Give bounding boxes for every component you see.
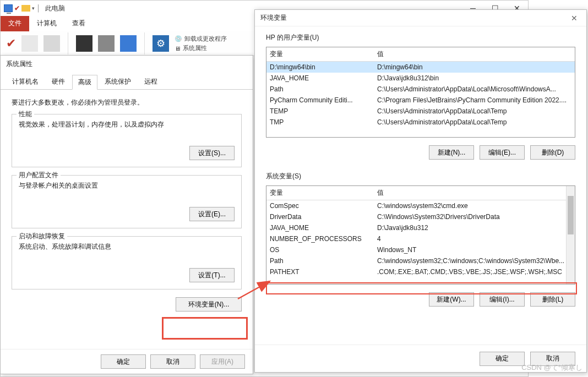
profile-desc: 与登录帐户相关的桌面设置 <box>19 181 235 190</box>
table-row[interactable]: NUMBER_OF_PROCESSORS4 <box>266 233 575 244</box>
folder-icon[interactable] <box>21 5 30 12</box>
perf-settings-button[interactable]: 设置(S)... <box>189 146 235 160</box>
table-row[interactable]: DriverDataC:\Windows\System32\Drivers\Dr… <box>266 211 575 222</box>
pc-icon <box>4 4 13 12</box>
tab-view[interactable]: 查看 <box>64 16 93 31</box>
sysprops-tabs: 计算机名 硬件 高级 系统保护 远程 <box>1 72 253 90</box>
sys-vars-table[interactable]: 变量 值 ComSpecC:\windows\system32\cmd.exeD… <box>266 185 575 285</box>
table-row[interactable]: JAVA_HOMED:\Java\jdk8u312\bin <box>266 73 575 84</box>
var-name: Path <box>266 255 374 266</box>
var-value: C:\windows\system32;C:\windows;C:\window… <box>374 255 575 266</box>
tab-system-protect[interactable]: 系统保护 <box>99 74 137 89</box>
tab-computer-name[interactable]: 计算机名 <box>6 74 45 89</box>
ribbon-icon-3[interactable] <box>43 35 60 52</box>
var-name: JAVA_HOME <box>266 73 374 84</box>
sys-icon: 🖥 <box>175 45 181 52</box>
var-name: TMP <box>266 117 374 128</box>
user-col-val[interactable]: 值 <box>374 47 575 62</box>
system-properties-dialog: 系统属性 计算机名 硬件 高级 系统保护 远程 要进行大多数更改，你必须作为管理… <box>0 55 253 374</box>
ribbon-sep-2 <box>144 32 145 54</box>
var-name: JAVA_HOME <box>266 222 374 233</box>
sys-col-val[interactable]: 值 <box>374 186 575 200</box>
var-value: C:\Users\Administrator\AppData\Local\Mic… <box>374 84 575 95</box>
var-value: D:\Java\jdk8u312\bin <box>374 73 575 84</box>
perf-legend: 性能 <box>17 110 34 119</box>
tab-advanced[interactable]: 高级 <box>72 75 97 90</box>
user-edit-button[interactable]: 编辑(E)... <box>480 145 525 160</box>
check-icon[interactable]: ✔ <box>14 4 20 12</box>
envdlg-ok-button[interactable]: 确定 <box>480 352 525 366</box>
tab-hardware[interactable]: 硬件 <box>46 74 71 89</box>
table-row[interactable]: TMPC:\Users\Administrator\AppData\Local\… <box>266 117 575 128</box>
ribbon-sep-1 <box>68 32 68 54</box>
sysprops-title: 系统属性 <box>1 56 253 72</box>
table-row[interactable]: PyCharm Community Editi...C:\Program Fil… <box>266 95 575 106</box>
cd-icon: 💿 <box>175 35 182 42</box>
sys-delete-button[interactable]: 删除(L) <box>530 292 575 307</box>
env-vars-dialog: 环境变量 ✕ HP 的用户变量(U) 变量 值 D:\mingw64\binD:… <box>254 9 587 373</box>
ribbon-uninstall[interactable]: 卸载或更改程序 <box>184 35 227 43</box>
ribbon-icon-5[interactable] <box>98 35 115 52</box>
titlebar-sep: │ <box>36 4 41 12</box>
var-name: Path <box>266 84 374 95</box>
user-vars-table[interactable]: 变量 值 D:\mingw64\binD:\mingw64\binJAVA_HO… <box>266 47 575 138</box>
startup-settings-button[interactable]: 设置(T)... <box>189 268 235 282</box>
sysprops-cancel-button[interactable]: 取消 <box>150 354 195 369</box>
env-vars-button[interactable]: 环境变量(N)... <box>176 297 242 312</box>
sys-col-var[interactable]: 变量 <box>266 186 374 200</box>
perf-desc: 视觉效果，处理器计划，内存使用，以及虚拟内存 <box>19 120 235 129</box>
var-value: D:\mingw64\bin <box>374 62 575 73</box>
ribbon-icon-6[interactable] <box>120 35 137 52</box>
ribbon-sysprops[interactable]: 系统属性 <box>183 44 207 52</box>
ribbon-icon-4[interactable] <box>76 35 92 52</box>
var-name: PyCharm Community Editi... <box>266 95 374 106</box>
table-row[interactable]: PATHEXT.COM;.EXE;.BAT;.CMD;.VBS;.VBE;.JS… <box>266 266 575 277</box>
var-name: TEMP <box>266 106 374 117</box>
sys-edit-button[interactable]: 编辑(I)... <box>480 292 525 307</box>
table-row[interactable]: PathC:\Users\Administrator\AppData\Local… <box>266 84 575 95</box>
user-col-var[interactable]: 变量 <box>266 47 374 62</box>
explorer-title: 此电脑 <box>45 4 65 13</box>
table-row[interactable]: JAVA_HOMED:\Java\jdk8u312 <box>266 222 575 233</box>
var-value: .COM;.EXE;.BAT;.CMD;.VBS;.VBE;.JS;.JSE;.… <box>374 266 575 277</box>
ribbon-icon-1[interactable]: ✔ <box>6 36 16 51</box>
table-row[interactable]: TEMPC:\Users\Administrator\AppData\Local… <box>266 106 575 117</box>
table-row[interactable]: ComSpecC:\windows\system32\cmd.exe <box>266 200 575 212</box>
var-value: C:\windows\system32\cmd.exe <box>374 200 575 212</box>
var-value: D:\Java\jdk8u312 <box>374 222 575 233</box>
sys-scrollbar[interactable] <box>566 186 575 284</box>
var-name: DriverData <box>266 211 374 222</box>
user-vars-label: HP 的用户变量(U) <box>266 33 575 42</box>
var-name: ComSpec <box>266 200 374 212</box>
tab-remote[interactable]: 远程 <box>138 74 164 89</box>
user-new-button[interactable]: 新建(N)... <box>429 145 474 160</box>
table-row[interactable]: PathC:\windows\system32;C:\windows;C:\wi… <box>266 255 575 266</box>
watermark: CSDN @て°倾寒し <box>521 363 582 373</box>
var-value: C:\Program Files\JetBrains\PyCharm Commu… <box>374 95 575 106</box>
perf-group: 性能 视觉效果，处理器计划，内存使用，以及虚拟内存 设置(S)... <box>12 114 242 167</box>
var-value: C:\Windows\System32\Drivers\DriverData <box>374 211 575 222</box>
sysprops-ok-button[interactable]: 确定 <box>101 354 146 369</box>
profile-settings-button[interactable]: 设置(E)... <box>189 207 235 221</box>
tab-file[interactable]: 文件 <box>1 16 29 31</box>
envdlg-close-button[interactable]: ✕ <box>568 14 581 23</box>
startup-group: 启动和故障恢复 系统启动、系统故障和调试信息 设置(T)... <box>12 236 242 289</box>
var-value: C:\Users\Administrator\AppData\Local\Tem… <box>374 117 575 128</box>
ribbon-icon-2[interactable] <box>21 35 38 52</box>
profile-group: 用户配置文件 与登录帐户相关的桌面设置 设置(E)... <box>12 175 242 228</box>
table-row[interactable]: D:\mingw64\binD:\mingw64\bin <box>266 62 575 73</box>
var-name: OS <box>266 244 374 255</box>
envdlg-title: 环境变量 <box>260 13 287 23</box>
sysprops-apply-button[interactable]: 应用(A) <box>200 354 245 369</box>
startup-legend: 启动和故障恢复 <box>17 232 67 241</box>
table-row[interactable]: OSWindows_NT <box>266 244 575 255</box>
gear-icon[interactable]: ⚙ <box>153 35 169 52</box>
sys-new-button[interactable]: 新建(W)... <box>429 292 474 307</box>
dropdown-icon[interactable]: ▾ <box>32 6 35 11</box>
sys-vars-label: 系统变量(S) <box>266 172 575 181</box>
user-delete-button[interactable]: 删除(D) <box>530 145 575 160</box>
admin-note: 要进行大多数更改，你必须作为管理员登录。 <box>12 98 242 107</box>
highlight-env-button <box>162 317 248 340</box>
var-name: NUMBER_OF_PROCESSORS <box>266 233 374 244</box>
tab-computer[interactable]: 计算机 <box>29 16 64 31</box>
